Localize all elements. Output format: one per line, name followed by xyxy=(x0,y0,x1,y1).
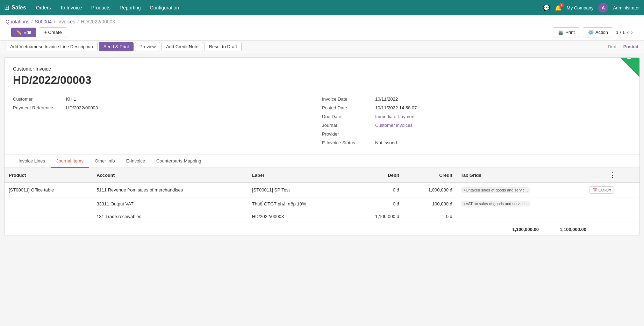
send-print-button[interactable]: Send & Print xyxy=(99,42,134,51)
grid-icon: ⊞ xyxy=(4,4,9,12)
customer-value: KH 1 xyxy=(66,96,76,102)
payment-ref-value: HD/2022/00003 xyxy=(66,105,98,110)
cut-off-button[interactable]: 📅 Cut-Off xyxy=(589,186,614,194)
gear-icon: ⚙️ xyxy=(588,30,594,35)
row1-taxgrid-tag: +Untaxed sales of goods and servic... xyxy=(461,187,531,193)
tabs-bar: Invoice Lines Journal Items Other Info E… xyxy=(5,154,639,168)
posted-date-row: Posted Date 10/11/2022 14:58:07 xyxy=(322,105,631,110)
row2-account: 33311 Output VAT xyxy=(92,197,248,210)
col-debit: Debit xyxy=(350,168,403,183)
status-draft: Draft xyxy=(608,44,617,49)
next-page-button[interactable]: › xyxy=(631,29,633,36)
col-account: Account xyxy=(92,168,248,183)
user-name: Administrator xyxy=(613,5,640,10)
col-actions: ⋮ xyxy=(585,168,639,183)
sub-toolbar: Add Vietnamese Invoice Line Description … xyxy=(0,41,644,53)
breadcrumb-s00004[interactable]: S00004 xyxy=(35,19,52,24)
col-label: Label xyxy=(248,168,350,183)
customer-field-row: Customer KH 1 xyxy=(13,96,322,102)
footer-credit-total: 1,100,000.00 xyxy=(560,227,586,232)
nav-orders[interactable]: Orders xyxy=(32,3,55,12)
breadcrumb-current: HD/2022/00003 xyxy=(81,19,115,24)
table-header-row: Product Account Label Debit Credit Tax G… xyxy=(5,168,639,183)
print-button[interactable]: 🖨️ Print xyxy=(553,27,580,37)
row2-label: Thuế GTGT phải nộp 10% xyxy=(248,197,350,210)
nav-reporting[interactable]: Reporting xyxy=(115,3,145,12)
provider-label: Provider xyxy=(322,131,371,137)
add-vn-description-button[interactable]: Add Vietnamese Invoice Line Description xyxy=(6,42,98,51)
chat-icon[interactable]: 💬 xyxy=(543,5,550,11)
breadcrumb: Quotations / S00004 / Invoices / HD/2022… xyxy=(6,19,638,24)
table-row: [ST00011] Office table 5111 Revenue from… xyxy=(5,183,639,197)
left-fields: Customer KH 1 Payment Reference HD/2022/… xyxy=(13,96,322,149)
journal-value[interactable]: Customer invoices xyxy=(375,123,413,128)
journal-label: Journal xyxy=(322,123,371,128)
payment-ref-field-row: Payment Reference HD/2022/00003 xyxy=(13,105,322,110)
calendar-icon: 📅 xyxy=(592,188,597,192)
journal-row: Journal Customer invoices xyxy=(322,123,631,128)
tab-other-info[interactable]: Other Info xyxy=(89,155,121,168)
col-credit: Credit xyxy=(403,168,457,183)
create-button[interactable]: + Create xyxy=(39,27,67,37)
tab-invoice-lines[interactable]: Invoice Lines xyxy=(13,155,51,168)
invoice-content: PAID Customer Invoice HD/2022/00003 Cust… xyxy=(4,57,640,236)
row2-taxgrid: +VAT on sales of goods and service... xyxy=(457,197,585,210)
action-button[interactable]: ⚙️ Action xyxy=(583,27,613,37)
invoice-header: Customer Invoice HD/2022/00003 xyxy=(5,58,639,96)
due-date-label: Due Date xyxy=(322,114,371,119)
row3-action xyxy=(585,210,639,223)
edit-button[interactable]: ✏️ Edit xyxy=(11,28,36,37)
row1-taxgrid: +Untaxed sales of goods and servic... xyxy=(457,183,585,197)
user-avatar[interactable]: A xyxy=(598,3,608,13)
reset-to-draft-button[interactable]: Reset to Draft xyxy=(205,42,242,51)
row3-product xyxy=(5,210,92,223)
notification-badge: 1 xyxy=(559,3,564,7)
invoice-number: HD/2022/00003 xyxy=(13,74,631,87)
breadcrumb-quotations[interactable]: Quotations xyxy=(6,19,29,24)
posted-date-label: Posted Date xyxy=(322,105,371,110)
row2-debit: 0 đ xyxy=(350,197,403,210)
nav-configuration[interactable]: Configuration xyxy=(146,3,183,12)
tab-journal-items[interactable]: Journal Items xyxy=(51,155,89,168)
row1-action: 📅 Cut-Off xyxy=(585,183,639,197)
col-product: Product xyxy=(5,168,92,183)
table-row: 131 Trade receivables HD/2022/00003 1,10… xyxy=(5,210,639,223)
payment-ref-label: Payment Reference xyxy=(13,105,62,110)
nav-to-invoice[interactable]: To Invoice xyxy=(56,3,86,12)
provider-row: Provider xyxy=(322,131,631,137)
nav-links: Orders To Invoice Products Reporting Con… xyxy=(32,3,543,12)
invoice-date-row: Invoice Date 10/11/2022 xyxy=(322,96,631,102)
top-right-area: 💬 🔔1 My Company A Administrator xyxy=(543,3,640,13)
footer-totals: 1,100,000.00 1,100,000.00 xyxy=(512,227,635,232)
row3-account: 131 Trade receivables xyxy=(92,210,248,223)
tab-einvoice[interactable]: E-Invoice xyxy=(121,155,151,168)
app-logo[interactable]: ⊞ Sales xyxy=(4,4,26,12)
preview-button[interactable]: Preview xyxy=(135,42,160,51)
add-credit-note-button[interactable]: Add Credit Note xyxy=(162,42,203,51)
row1-credit: 1,000,000 đ xyxy=(403,183,457,197)
row2-taxgrid-tag: +VAT on sales of goods and service... xyxy=(461,201,531,207)
col-tax-grids: Tax Grids xyxy=(457,168,585,183)
invoice-date-label: Invoice Date xyxy=(322,96,371,102)
invoice-type: Customer Invoice xyxy=(13,66,631,72)
row1-account: 5111 Revenue from sales of merchandises xyxy=(92,183,248,197)
three-dots-icon[interactable]: ⋮ xyxy=(609,172,615,179)
notification-icon[interactable]: 🔔1 xyxy=(555,5,562,11)
row1-label: [ST00011] SP Test xyxy=(248,183,350,197)
due-date-value[interactable]: Immediate Payment xyxy=(375,114,416,119)
row2-product xyxy=(5,197,92,210)
row1-debit: 0 đ xyxy=(350,183,403,197)
prev-page-button[interactable]: ‹ xyxy=(627,29,629,36)
customer-label: Customer xyxy=(13,96,62,102)
page-number: 1 / 1 xyxy=(616,30,625,35)
invoice-date-value: 10/11/2022 xyxy=(375,96,398,102)
posted-date-value: 10/11/2022 14:58:07 xyxy=(375,105,417,110)
row1-product: [ST00011] Office table xyxy=(5,183,92,197)
status-posted: Posted xyxy=(623,44,638,49)
edit-icon: ✏️ xyxy=(16,30,22,35)
nav-products[interactable]: Products xyxy=(87,3,115,12)
einvoice-status-value: Not Issued xyxy=(375,140,397,145)
breadcrumb-invoices[interactable]: Invoices xyxy=(57,19,75,24)
table-footer: 1,100,000.00 1,100,000.00 xyxy=(5,223,639,236)
tab-counterparts-mapping[interactable]: Counterparts Mapping xyxy=(151,155,207,168)
